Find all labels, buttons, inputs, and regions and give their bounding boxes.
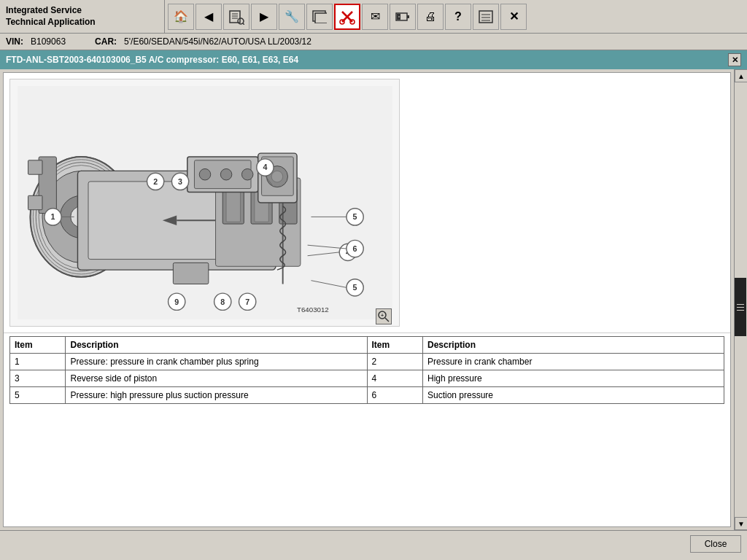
svg-text:1: 1 [50,212,55,221]
svg-rect-48 [28,160,42,174]
mail-button[interactable]: ✉ [362,4,388,30]
item-cell: 4 [367,370,422,387]
svg-rect-13 [407,15,409,18]
doc-title-bar: FTD-ANL-SBT2003-640103006_B5 A/C compres… [0,50,747,69]
col-header-item2: Item [367,337,422,354]
toc-button[interactable] [223,4,249,30]
svg-point-42 [241,168,253,180]
svg-text:4: 4 [263,163,267,171]
diagram-container: T6403012 1 2 3 4 [9,79,400,327]
svg-rect-52 [173,262,208,284]
ac-diagram: T6403012 1 2 3 4 [15,86,395,319]
active-button[interactable] [334,4,360,30]
item-cell: 1 [10,354,66,370]
handle-line-2 [737,307,744,308]
table-body: 1Pressure: pressure in crank chamber plu… [10,354,724,404]
item-cell: 3 [10,370,66,387]
svg-point-4 [238,18,244,24]
close-button[interactable]: Close [690,535,741,553]
forward-button[interactable]: ▶ [251,4,277,30]
car-label: CAR: [95,36,117,47]
toolbar-buttons: 🏠 ◀ ▶ 🔧 ✉ 🖨 ? ✕ [165,4,747,30]
help-button[interactable]: ? [445,4,471,30]
col-header-item1: Item [10,337,66,354]
window-button[interactable] [306,4,333,30]
car-value: 5'/E60/SEDAN/545i/N62/AUTO/USA LL/2003/1… [124,36,311,47]
bottom-bar: Close [0,530,747,556]
svg-point-41 [220,168,232,180]
scroll-area: T6403012 1 2 3 4 [3,72,731,527]
toolbar: Integrated Service Technical Application… [0,0,747,34]
table-row: 3Reverse side of piston4High pressure [10,370,724,387]
desc-cell: Pressure in crank chamber [422,354,724,370]
scroll-up-button[interactable]: ▲ [735,69,747,82]
doc-close-button[interactable]: ✕ [728,53,741,66]
svg-line-83 [385,318,389,322]
scrollbar: ▲ ▼ [734,69,747,530]
item-cell: 2 [367,354,422,370]
vin-label: VIN: [6,36,23,47]
desc-cell: Suction pressure [422,387,724,404]
svg-rect-49 [28,195,42,209]
svg-rect-0 [230,11,240,23]
svg-point-46 [271,171,283,182]
table-row: 5Pressure: high pressure plus suction pr… [10,387,724,404]
battery-button[interactable] [390,4,416,30]
svg-text:6: 6 [352,244,357,253]
list-button[interactable] [473,4,499,30]
scroll-handle[interactable] [735,278,746,336]
svg-text:5: 5 [352,212,357,221]
col-header-desc2: Description [422,337,724,354]
table-section: Item Description Item Description 1Press… [4,333,730,407]
svg-line-5 [243,23,244,25]
item-cell: 5 [10,387,66,404]
svg-text:2: 2 [153,177,158,186]
image-section: T6403012 1 2 3 4 [4,73,730,333]
back-button[interactable]: ◀ [196,4,222,30]
scroll-track[interactable] [735,82,747,517]
print-button[interactable]: 🖨 [417,4,444,30]
svg-point-40 [199,168,211,180]
home-button[interactable]: 🏠 [168,4,194,30]
desc-cell: Pressure: high pressure plus suction pre… [66,387,367,404]
svg-text:T6403012: T6403012 [297,306,329,314]
svg-rect-7 [315,13,327,23]
main-content: T6403012 1 2 3 4 [0,69,747,530]
doc-title-text: FTD-ANL-SBT2003-640103006_B5 A/C compres… [6,55,298,65]
vin-bar: VIN: B109063 CAR: 5'/E60/SEDAN/545i/N62/… [0,34,747,50]
svg-text:9: 9 [174,298,179,306]
desc-cell: High pressure [422,370,724,387]
item-cell: 6 [367,387,422,404]
svg-text:7: 7 [245,298,249,306]
desc-cell: Pressure: pressure in crank chamber plus… [66,354,367,370]
handle-line-3 [737,310,744,311]
scroll-down-button[interactable]: ▼ [735,517,747,530]
close-window-button[interactable]: ✕ [500,4,527,30]
handle-line-1 [737,304,744,305]
svg-text:3: 3 [178,177,182,186]
vin-value: B109063 [31,36,66,47]
svg-text:5: 5 [352,283,357,292]
table-row: 1Pressure: pressure in crank chamber plu… [10,354,724,370]
tools-button[interactable]: 🔧 [279,4,305,30]
svg-text:8: 8 [220,298,225,306]
parts-table: Item Description Item Description 1Press… [9,336,724,404]
col-header-desc1: Description [66,337,367,354]
svg-rect-35 [226,191,240,222]
app-title: Integrated Service Technical Application [0,0,165,33]
desc-cell: Reverse side of piston [66,370,367,387]
svg-rect-16 [479,11,492,23]
zoom-button[interactable]: + [376,308,392,324]
svg-text:+: + [381,313,384,318]
